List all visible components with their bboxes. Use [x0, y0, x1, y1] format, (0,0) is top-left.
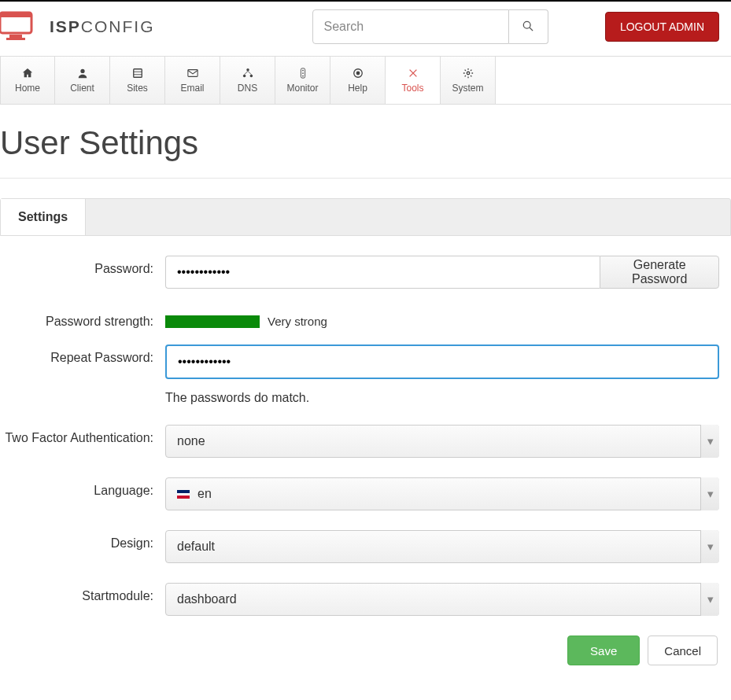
flag-icon: [177, 490, 190, 499]
email-icon: [186, 67, 199, 79]
chevron-down-icon: ▾: [700, 530, 719, 563]
svg-point-21: [356, 72, 360, 75]
nav-help[interactable]: Help: [330, 57, 386, 104]
password-label: Password:: [0, 256, 165, 276]
client-icon: [76, 67, 89, 79]
twofa-select[interactable]: none ▾: [165, 425, 719, 458]
nav-label: Client: [70, 83, 94, 94]
chevron-down-icon: ▾: [700, 477, 719, 510]
twofa-value: none: [177, 434, 205, 448]
tab-settings[interactable]: Settings: [1, 199, 86, 235]
nav-label: DNS: [238, 83, 257, 94]
help-icon: [352, 67, 364, 79]
language-select[interactable]: en ▾: [165, 477, 719, 510]
language-label: Language:: [0, 477, 165, 498]
svg-rect-10: [187, 70, 197, 77]
nav-home[interactable]: Home: [0, 57, 55, 104]
design-label: Design:: [0, 530, 165, 551]
chevron-down-icon: ▾: [700, 583, 719, 616]
monitor-icon: [297, 67, 309, 79]
design-value: default: [177, 540, 215, 554]
svg-rect-2: [9, 35, 22, 38]
nav-client[interactable]: Client: [55, 57, 110, 104]
startmodule-label: Startmodule:: [0, 583, 165, 603]
gear-icon: [462, 67, 474, 79]
password-match-message: The passwords do match.: [165, 391, 719, 405]
nav-label: Home: [15, 83, 40, 94]
form-panel: Password: Generate Password Password str…: [0, 236, 731, 681]
svg-point-6: [80, 69, 84, 73]
search-input[interactable]: [312, 9, 509, 44]
svg-point-4: [523, 21, 530, 28]
logo: ISPCONFIG: [0, 11, 155, 42]
startmodule-value: dashboard: [177, 592, 237, 606]
svg-rect-3: [6, 38, 25, 40]
save-button[interactable]: Save: [567, 636, 640, 665]
strength-label: Password strength:: [0, 308, 165, 329]
svg-point-18: [302, 72, 304, 74]
logout-button[interactable]: LOGOUT ADMIN: [605, 12, 719, 42]
nav-label: Sites: [127, 83, 148, 94]
search-group: [312, 9, 548, 44]
nav-monitor[interactable]: Monitor: [275, 57, 330, 104]
svg-point-19: [302, 76, 304, 77]
design-select[interactable]: default ▾: [165, 530, 719, 563]
language-value: en: [198, 487, 212, 501]
svg-rect-7: [133, 69, 142, 78]
svg-point-13: [249, 75, 253, 78]
strength-text: Very strong: [268, 315, 327, 328]
password-input[interactable]: [165, 256, 600, 289]
svg-point-22: [467, 72, 470, 75]
page-title: User Settings: [0, 124, 731, 162]
topbar: ISPCONFIG LOGOUT ADMIN: [0, 0, 731, 56]
home-icon: [21, 67, 34, 79]
nav-tools[interactable]: Tools: [386, 57, 441, 104]
search-icon: [522, 20, 533, 34]
nav-label: Monitor: [286, 83, 318, 94]
nav-label: System: [452, 83, 483, 94]
nav-email[interactable]: Email: [165, 57, 220, 104]
repeat-password-label: Repeat Password:: [0, 344, 165, 365]
dns-icon: [242, 67, 254, 79]
logo-text: ISPCONFIG: [50, 17, 155, 36]
nav-dns[interactable]: DNS: [220, 57, 275, 104]
twofa-label: Two Factor Authentication:: [0, 425, 165, 445]
svg-line-15: [248, 71, 251, 74]
nav-label: Help: [348, 83, 367, 94]
main-nav: Home Client Sites Email DNS Monitor Help…: [0, 56, 731, 105]
svg-rect-1: [0, 13, 31, 17]
svg-point-12: [242, 75, 246, 78]
nav-sites[interactable]: Sites: [110, 57, 165, 104]
nav-label: Email: [180, 83, 204, 94]
tabbar: Settings: [0, 198, 731, 236]
startmodule-select[interactable]: dashboard ▾: [165, 583, 719, 616]
sites-icon: [131, 67, 144, 79]
logo-mark-icon: [0, 11, 43, 42]
search-button[interactable]: [509, 9, 548, 44]
divider: [0, 178, 731, 179]
cancel-button[interactable]: Cancel: [648, 636, 718, 665]
nav-label: Tools: [401, 83, 423, 94]
button-row: Save Cancel: [0, 636, 719, 665]
svg-point-17: [302, 70, 304, 72]
svg-line-5: [530, 28, 533, 31]
tools-icon: [407, 67, 419, 79]
svg-point-11: [246, 68, 249, 72]
repeat-password-input[interactable]: [165, 344, 719, 379]
generate-password-button[interactable]: Generate Password: [600, 256, 719, 289]
svg-line-14: [244, 71, 247, 74]
nav-system[interactable]: System: [441, 57, 496, 104]
chevron-down-icon: ▾: [700, 425, 719, 458]
strength-bar: [165, 315, 260, 328]
